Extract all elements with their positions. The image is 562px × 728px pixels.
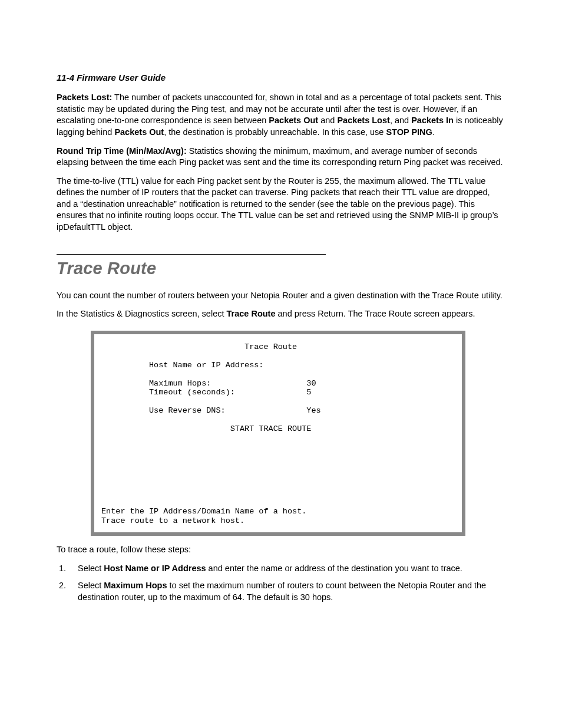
page: 11-4 Firmware User Guide Packets Lost: T… <box>0 0 562 728</box>
section-rule <box>57 254 326 255</box>
paragraph-rtt: Round Trip Time (Min/Max/Avg): Statistic… <box>57 146 505 169</box>
term-rtt: Round Trip Time (Min/Max/Avg): <box>57 146 187 156</box>
term-packets-out-2: Packets Out <box>114 127 164 137</box>
text: Select <box>78 581 104 590</box>
paragraph-ttl: The time-to-live (TTL) value for each Pi… <box>57 176 505 233</box>
section-number: 11-4 <box>57 73 74 83</box>
step-1: Select Host Name or IP Address and enter… <box>57 563 505 575</box>
paragraph-trace-select: In the Statistics & Diagnostics screen, … <box>57 308 505 320</box>
term-packets-lost-inline: Packets Lost <box>337 116 389 125</box>
term-packets-out: Packets Out <box>269 116 318 125</box>
page-header: 11-4 Firmware User Guide <box>57 72 505 84</box>
text: Select <box>78 564 104 573</box>
step-2: Select Maximum Hops to set the maximum n… <box>57 580 505 603</box>
steps-list: Select Host Name or IP Address and enter… <box>57 563 505 604</box>
steps-intro: To trace a route, follow these steps: <box>57 544 505 556</box>
term-packets-lost: Packets Lost: <box>57 93 112 102</box>
text: and <box>318 116 337 125</box>
term-packets-in: Packets In <box>411 116 454 125</box>
text: In the Statistics & Diagnostics screen, … <box>57 309 227 318</box>
term-host-name: Host Name or IP Address <box>104 564 206 573</box>
term-trace-route: Trace Route <box>227 309 276 318</box>
terminal-screen: Trace Route Host Name or IP Address: Max… <box>91 331 465 536</box>
doc-title-text: Firmware User Guide <box>77 73 166 83</box>
text: , the destination is probably unreachabl… <box>164 127 386 137</box>
term-stop-ping: STOP PING <box>386 127 432 137</box>
text: and enter the name or address of the des… <box>206 564 462 573</box>
text: . <box>432 127 435 137</box>
term-max-hops: Maximum Hops <box>104 581 167 590</box>
section-title: Trace Route <box>57 257 505 280</box>
paragraph-packets-lost: Packets Lost: The number of packets unac… <box>57 92 505 138</box>
paragraph-trace-intro: You can count the number of routers betw… <box>57 290 505 302</box>
text: , and <box>390 116 411 125</box>
terminal-content: Trace Route Host Name or IP Address: Max… <box>98 338 458 529</box>
text: and press Return. The Trace Route screen… <box>276 309 475 318</box>
